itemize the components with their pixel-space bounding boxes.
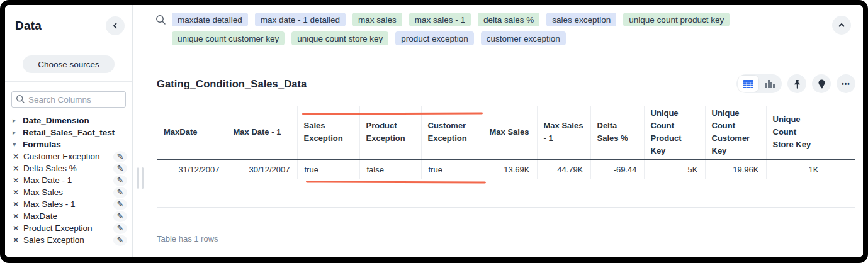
edit-pencil-icon[interactable]: ✎ xyxy=(113,175,127,186)
collapse-query-bar-button[interactable] xyxy=(832,16,851,35)
columns-tree: ▸ Date_Dimension ▸ Retail_Sales_Fact_tes… xyxy=(5,113,132,246)
filter-chip[interactable]: max sales - 1 xyxy=(409,13,471,26)
column-header[interactable]: Unique Count Customer Key xyxy=(705,106,766,159)
edit-pencil-icon[interactable]: ✎ xyxy=(113,199,127,210)
pin-button[interactable] xyxy=(787,74,806,93)
filter-chip[interactable]: unique count store key xyxy=(291,31,388,45)
bar-chart-icon xyxy=(765,80,775,88)
formula-label: Customer Exception xyxy=(23,152,113,161)
column-header xyxy=(826,106,855,159)
filter-chip[interactable]: max date - 1 detailed xyxy=(255,13,346,26)
remove-icon[interactable]: ✕ xyxy=(13,187,23,197)
chevron-up-icon xyxy=(838,22,845,28)
filter-chip[interactable]: customer exception xyxy=(481,31,566,45)
data-sidebar: Data Choose sources ▸ Date_Dimension ▸ R… xyxy=(5,5,133,257)
cell-customer-exception: true xyxy=(421,159,483,179)
search-columns-input[interactable] xyxy=(11,91,126,108)
edit-pencil-icon[interactable]: ✎ xyxy=(113,211,127,222)
column-header[interactable]: Unique Count Product Key xyxy=(644,106,705,159)
tree-group-formulas[interactable]: ▾ Formulas xyxy=(13,138,127,150)
filter-chip[interactable]: unique count product key xyxy=(623,13,730,26)
column-header[interactable]: Max Date - 1 xyxy=(227,106,297,159)
filter-chip[interactable]: sales exception xyxy=(546,13,616,26)
table-view-icon xyxy=(743,80,753,88)
column-header[interactable]: Delta Sales % xyxy=(590,106,644,159)
insights-button[interactable] xyxy=(812,74,831,93)
formula-item-max-sales-1[interactable]: ✕ Max Sales - 1 ✎ xyxy=(13,198,127,210)
formula-item-max-date-1[interactable]: ✕ Max Date - 1 ✎ xyxy=(13,174,127,186)
main-panel: maxdate detailed max date - 1 detailed m… xyxy=(149,5,865,257)
cell-product-exception: false xyxy=(359,159,421,179)
caret-right-icon[interactable]: ▸ xyxy=(13,116,23,125)
tree-group-label: Date_Dimension xyxy=(23,116,127,125)
panel-resize-handle[interactable] xyxy=(137,167,144,189)
remove-icon[interactable]: ✕ xyxy=(13,211,23,221)
collapse-sidebar-button[interactable] xyxy=(106,16,125,35)
edit-pencil-icon[interactable]: ✎ xyxy=(113,151,127,162)
edit-pencil-icon[interactable]: ✎ xyxy=(113,163,127,174)
column-header[interactable]: MaxDate xyxy=(157,106,227,159)
table-row: 31/12/2007 30/12/2007 true false true 13… xyxy=(157,159,855,179)
cell-delta-sales: -69.44 xyxy=(590,159,644,179)
table-header-row: MaxDate Max Date - 1 Sales Exception Pro… xyxy=(157,106,855,159)
formula-item-maxdate[interactable]: ✕ MaxDate ✎ xyxy=(13,210,127,222)
view-toggle xyxy=(736,74,782,93)
more-icon: ••• xyxy=(842,81,850,87)
remove-icon[interactable]: ✕ xyxy=(13,235,23,245)
search-icon xyxy=(155,14,166,25)
filter-chip[interactable]: delta sales % xyxy=(478,13,539,26)
widget-toolbar: ••• xyxy=(736,74,855,93)
column-header[interactable]: Unique Count Store Key xyxy=(766,106,826,159)
search-columns-wrap xyxy=(11,91,126,108)
formula-item-product-exception[interactable]: ✕ Product Exception ✎ xyxy=(13,222,127,234)
formula-label: Sales Exception xyxy=(23,235,113,245)
table-view-button[interactable] xyxy=(738,76,758,92)
annotation-line-bottom xyxy=(306,181,486,184)
sources-row: Choose sources xyxy=(5,47,132,82)
chevron-left-icon xyxy=(112,23,118,29)
cell-max-sales: 13.69K xyxy=(483,159,537,179)
edit-pencil-icon[interactable]: ✎ xyxy=(113,223,127,234)
chart-view-button[interactable] xyxy=(760,76,780,92)
caret-down-icon[interactable]: ▾ xyxy=(13,140,23,148)
remove-icon[interactable]: ✕ xyxy=(13,199,23,209)
pin-icon xyxy=(793,79,801,89)
column-header[interactable]: Max Sales - 1 xyxy=(537,106,590,159)
remove-icon[interactable]: ✕ xyxy=(13,223,23,233)
caret-right-icon[interactable]: ▸ xyxy=(13,128,23,137)
search-icon xyxy=(16,94,25,104)
cell-maxdate: 31/12/2007 xyxy=(157,159,227,179)
cell-uc-store-key: 1K xyxy=(766,159,826,179)
tree-group-label: Retail_Sales_Fact_test xyxy=(23,128,127,137)
choose-sources-button[interactable]: Choose sources xyxy=(23,55,115,73)
formula-item-max-sales[interactable]: ✕ Max Sales ✎ xyxy=(13,186,127,198)
cell-empty xyxy=(826,159,855,179)
panel-gutter xyxy=(133,5,149,257)
cell-max-sales-1: 44.79K xyxy=(537,159,590,179)
tree-group-retail-sales-fact[interactable]: ▸ Retail_Sales_Fact_test xyxy=(13,126,127,138)
formula-label: Max Sales xyxy=(23,187,113,197)
remove-icon[interactable]: ✕ xyxy=(13,164,23,173)
filter-chip[interactable]: maxdate detailed xyxy=(172,13,248,26)
filter-chip[interactable]: unique count customer key xyxy=(172,31,285,45)
formula-item-customer-exception[interactable]: ✕ Customer Exception ✎ xyxy=(13,150,127,162)
lightbulb-icon xyxy=(818,79,826,89)
edit-pencil-icon[interactable]: ✎ xyxy=(113,187,127,198)
formula-label: Max Sales - 1 xyxy=(23,199,113,209)
filter-chip[interactable]: product exception xyxy=(395,31,474,45)
remove-icon[interactable]: ✕ xyxy=(13,176,23,185)
sidebar-title: Data xyxy=(15,19,42,33)
row-count-label: Table has 1 rows xyxy=(157,234,865,243)
results-table-card: MaxDate Max Date - 1 Sales Exception Pro… xyxy=(157,106,855,208)
edit-pencil-icon[interactable]: ✎ xyxy=(113,235,127,246)
filter-chip[interactable]: max sales xyxy=(352,13,402,26)
more-options-button[interactable]: ••• xyxy=(837,74,855,93)
column-header[interactable]: Max Sales xyxy=(483,106,537,159)
remove-icon[interactable]: ✕ xyxy=(13,152,23,161)
tree-group-label: Formulas xyxy=(23,140,127,149)
app-window: Data Choose sources ▸ Date_Dimension ▸ R… xyxy=(0,0,868,263)
formula-item-sales-exception[interactable]: ✕ Sales Exception ✎ xyxy=(13,234,127,246)
formula-item-delta-sales[interactable]: ✕ Delta Sales % ✎ xyxy=(13,162,127,174)
tree-group-date-dimension[interactable]: ▸ Date_Dimension xyxy=(13,115,127,126)
query-bar: maxdate detailed max date - 1 detailed m… xyxy=(149,5,865,55)
